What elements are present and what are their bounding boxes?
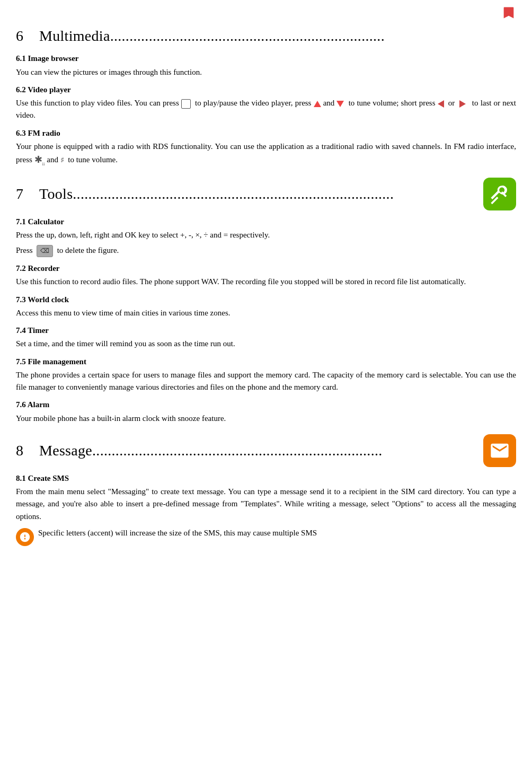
section-7-number: 7 bbox=[16, 182, 32, 205]
left-arrow-icon bbox=[438, 100, 444, 108]
subsection-7-4-body: Set a time, and the timer will remind yo… bbox=[16, 338, 516, 350]
up-arrow-icon bbox=[314, 101, 321, 107]
warning-circle-icon bbox=[16, 528, 34, 546]
subsection-7-6-title: 7.6 Alarm bbox=[16, 399, 516, 411]
play-pause-icon bbox=[181, 99, 191, 109]
subsection-7-6-body: Your mobile phone has a built-in alarm c… bbox=[16, 412, 516, 425]
subsection-8-1-body: From the main menu select "Messaging" to… bbox=[16, 486, 516, 523]
subsection-6-2-title: 6.2 Video player bbox=[16, 84, 516, 96]
subsection-7-5-body: The phone provides a certain space for u… bbox=[16, 369, 516, 394]
section-8-title: Message.................................… bbox=[39, 439, 483, 462]
subsection-7-1-body-2: Press ⌫ to delete the figure. bbox=[16, 244, 516, 257]
delete-key-icon: ⌫ bbox=[37, 245, 53, 257]
envelope-icon bbox=[489, 440, 510, 461]
note-text: Specific letters (accent) will increase … bbox=[38, 527, 317, 539]
note-icon-wrap bbox=[16, 528, 34, 546]
tools-icon-box bbox=[483, 178, 516, 210]
subsection-7-4-title: 7.4 Timer bbox=[16, 324, 516, 337]
section-8-number: 8 bbox=[16, 439, 32, 462]
subsection-7-5-title: 7.5 File management bbox=[16, 356, 516, 368]
subsection-6-2-body: Use this function to play video files. Y… bbox=[16, 97, 516, 122]
top-bookmark bbox=[16, 5, 516, 20]
subsection-7-2-body: Use this function to record audio files.… bbox=[16, 276, 516, 288]
subsection-6-1-body: You can view the pictures or images thro… bbox=[16, 66, 516, 78]
subsection-7-2-title: 7.2 Recorder bbox=[16, 262, 516, 275]
section-7-title: Tools...................................… bbox=[39, 182, 483, 205]
subsection-8-1-title: 8.1 Create SMS bbox=[16, 472, 516, 485]
subsection-7-1-title: 7.1 Calculator bbox=[16, 216, 516, 228]
section-8-header: 8 Message...............................… bbox=[16, 434, 516, 467]
subsection-6-3-body: Your phone is equipped with a radio with… bbox=[16, 140, 516, 168]
bookmark-icon bbox=[501, 5, 516, 20]
subsection-7-3-title: 7.3 World clock bbox=[16, 294, 516, 306]
down-arrow-icon bbox=[336, 101, 344, 107]
note-container: Specific letters (accent) will increase … bbox=[16, 527, 516, 546]
subsection-7-3-body: Access this menu to view time of main ci… bbox=[16, 307, 516, 319]
section-6-title: Multimedia..............................… bbox=[39, 24, 516, 47]
message-icon-box bbox=[483, 434, 516, 467]
wrench-screwdriver-icon bbox=[489, 183, 510, 205]
subsection-7-1-body-1: Press the up, down, left, right and OK k… bbox=[16, 229, 516, 241]
star-key-icon: ✱ii bbox=[34, 153, 45, 168]
right-arrow-icon bbox=[459, 100, 466, 108]
section-6-header: 6 Multimedia............................… bbox=[16, 24, 516, 47]
subsection-6-1-title: 6.1 Image browser bbox=[16, 52, 516, 65]
section-6-number: 6 bbox=[16, 24, 32, 47]
exclamation-icon bbox=[19, 531, 31, 543]
section-7-header: 7 Tools.................................… bbox=[16, 178, 516, 210]
subsection-6-3-title: 6.3 FM radio bbox=[16, 127, 516, 139]
hash-key-icon: ♯ bbox=[60, 154, 64, 166]
